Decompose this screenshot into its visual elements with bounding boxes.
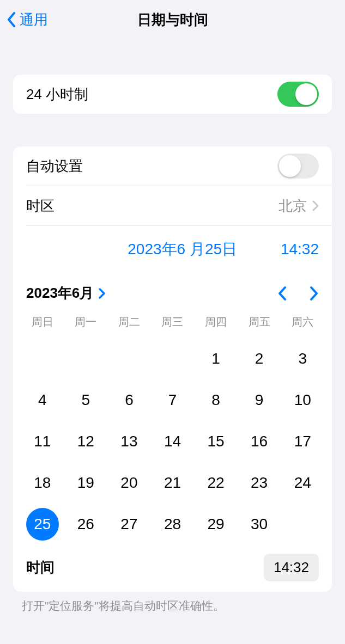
calendar-day[interactable]: 14 [151, 421, 195, 462]
calendar-day[interactable]: 23 [238, 462, 281, 504]
calendar-grid: 1234567891011121314151617181920212223242… [13, 335, 332, 554]
calendar-day[interactable]: 25 [21, 504, 64, 545]
calendar-day[interactable]: 7 [151, 379, 195, 421]
calendar-day[interactable]: 12 [64, 421, 108, 462]
calendar-empty-cell [151, 338, 195, 379]
calendar-nav [277, 286, 319, 301]
weekday-label: 周三 [151, 311, 195, 333]
calendar-day[interactable]: 18 [21, 462, 64, 504]
label-autoset: 自动设置 [26, 157, 83, 176]
row-datetime-display: 2023年6 月25日 14:32 [13, 226, 332, 273]
calendar-day[interactable]: 10 [281, 379, 324, 421]
time-display[interactable]: 14:32 [281, 241, 319, 258]
timezone-text: 北京 [279, 197, 307, 216]
calendar-header: 2023年6月 [13, 273, 332, 309]
row-timezone[interactable]: 时区 北京 [13, 186, 332, 225]
calendar-day[interactable]: 29 [194, 504, 238, 545]
calendar-day[interactable]: 11 [21, 421, 64, 462]
calendar-day[interactable]: 16 [238, 421, 281, 462]
calendar-day[interactable]: 17 [281, 421, 324, 462]
row-24hour: 24 小时制 [13, 75, 332, 114]
chevron-left-icon [7, 11, 16, 28]
value-timezone: 北京 [279, 197, 319, 216]
calendar-empty-cell [107, 338, 151, 379]
calendar-day[interactable]: 3 [281, 338, 324, 379]
calendar-empty-cell [64, 338, 108, 379]
weekday-label: 周二 [107, 311, 151, 333]
calendar-day[interactable]: 26 [64, 504, 108, 545]
calendar-day[interactable]: 1 [194, 338, 238, 379]
label-timezone: 时区 [26, 197, 55, 216]
chevron-right-icon [312, 200, 319, 211]
calendar-day[interactable]: 15 [194, 421, 238, 462]
month-year-label: 2023年6月 [26, 284, 94, 303]
calendar-day[interactable]: 2 [238, 338, 281, 379]
back-button[interactable]: 通用 [7, 10, 48, 29]
toggle-autoset[interactable] [277, 154, 319, 179]
chevron-right-icon [98, 287, 106, 299]
weekday-label: 周四 [194, 311, 238, 333]
calendar-day[interactable]: 19 [64, 462, 108, 504]
page-title: 日期与时间 [137, 10, 208, 29]
calendar-day[interactable]: 21 [151, 462, 195, 504]
calendar-day[interactable]: 13 [107, 421, 151, 462]
prev-month-button[interactable] [277, 286, 287, 301]
calendar-day[interactable]: 6 [107, 379, 151, 421]
calendar-empty-cell [21, 338, 64, 379]
toggle-24hour[interactable] [277, 82, 319, 107]
calendar-day[interactable]: 5 [64, 379, 108, 421]
calendar-day[interactable]: 30 [238, 504, 281, 545]
calendar-day[interactable]: 4 [21, 379, 64, 421]
time-label: 时间 [26, 558, 55, 577]
time-picker-button[interactable]: 14:32 [264, 554, 319, 581]
section-datetime: 自动设置 时区 北京 2023年6 月25日 14:32 2023年6月 [13, 146, 332, 592]
month-year-selector[interactable]: 2023年6月 [26, 284, 106, 303]
back-label: 通用 [20, 10, 48, 29]
footer-hint: 打开"定位服务"将提高自动时区准确性。 [0, 592, 345, 620]
toggle-knob [279, 155, 301, 177]
weekday-label: 周日 [21, 311, 64, 333]
next-month-button[interactable] [309, 286, 319, 301]
toggle-knob [295, 83, 317, 105]
calendar-day[interactable]: 27 [107, 504, 151, 545]
date-display[interactable]: 2023年6 月25日 [128, 239, 237, 260]
calendar-day[interactable]: 24 [281, 462, 324, 504]
calendar-day[interactable]: 22 [194, 462, 238, 504]
section-24hour: 24 小时制 [13, 75, 332, 114]
weekday-row: 周日周一周二周三周四周五周六 [13, 309, 332, 335]
calendar-day[interactable]: 9 [238, 379, 281, 421]
header: 通用 日期与时间 [0, 0, 345, 39]
label-24hour: 24 小时制 [26, 85, 88, 104]
row-autoset: 自动设置 [13, 146, 332, 186]
weekday-label: 周五 [238, 311, 281, 333]
weekday-label: 周六 [281, 311, 324, 333]
calendar-day[interactable]: 20 [107, 462, 151, 504]
row-time: 时间 14:32 [13, 554, 332, 592]
calendar-day[interactable]: 28 [151, 504, 195, 545]
weekday-label: 周一 [64, 311, 108, 333]
calendar-day[interactable]: 8 [194, 379, 238, 421]
